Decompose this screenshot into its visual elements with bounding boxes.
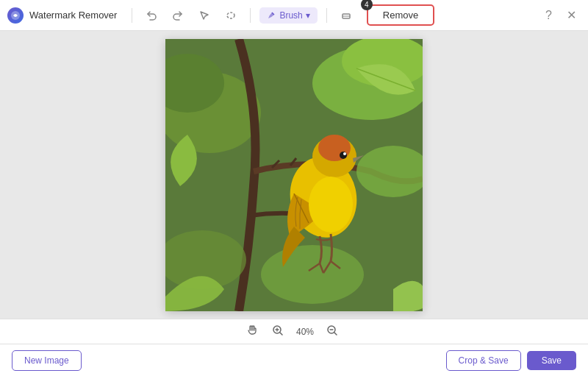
brush-label: Brush — [279, 10, 302, 21]
brush-dropdown-icon: ▾ — [306, 10, 310, 21]
new-image-button[interactable]: New Image — [12, 350, 82, 371]
image-container[interactable] — [165, 39, 423, 311]
help-button[interactable]: ? — [541, 6, 556, 25]
badge-count: 4 — [361, 0, 373, 10]
crop-save-button[interactable]: Crop & Save — [446, 350, 521, 371]
app-title: Watermark Remover — [29, 10, 117, 21]
zoom-level: 40% — [296, 327, 314, 337]
zoom-in-button[interactable] — [268, 323, 287, 340]
footer-bar: New Image Crop & Save Save — [0, 344, 588, 376]
remove-button[interactable]: Remove — [367, 4, 434, 26]
status-bar: 40% — [0, 319, 588, 344]
svg-point-15 — [340, 152, 347, 159]
toolbar-divider — [132, 8, 132, 23]
hand-tool-button[interactable] — [246, 324, 259, 339]
title-bar: Watermark Remover Brush ▾ 4 Remove ? ✕ — [0, 0, 588, 31]
selection-tool-button[interactable] — [194, 7, 215, 24]
svg-point-16 — [343, 152, 346, 155]
canvas-area — [0, 31, 588, 319]
brush-tool-button[interactable]: Brush ▾ — [259, 7, 317, 24]
svg-point-1 — [227, 13, 234, 18]
save-button[interactable]: Save — [527, 351, 576, 370]
undo-button[interactable] — [141, 7, 162, 24]
app-logo — [7, 7, 24, 24]
toolbar-divider-3 — [326, 8, 327, 23]
remove-button-wrap: 4 Remove — [367, 4, 434, 26]
svg-point-10 — [261, 245, 364, 304]
toolbar-divider-2 — [250, 8, 251, 23]
close-button[interactable]: ✕ — [562, 5, 581, 25]
eraser-tool-button[interactable] — [336, 7, 356, 24]
redo-button[interactable] — [168, 7, 188, 24]
svg-point-13 — [309, 177, 353, 233]
zoom-out-button[interactable] — [323, 323, 342, 340]
lasso-tool-button[interactable] — [220, 7, 241, 24]
image-display — [165, 39, 423, 311]
